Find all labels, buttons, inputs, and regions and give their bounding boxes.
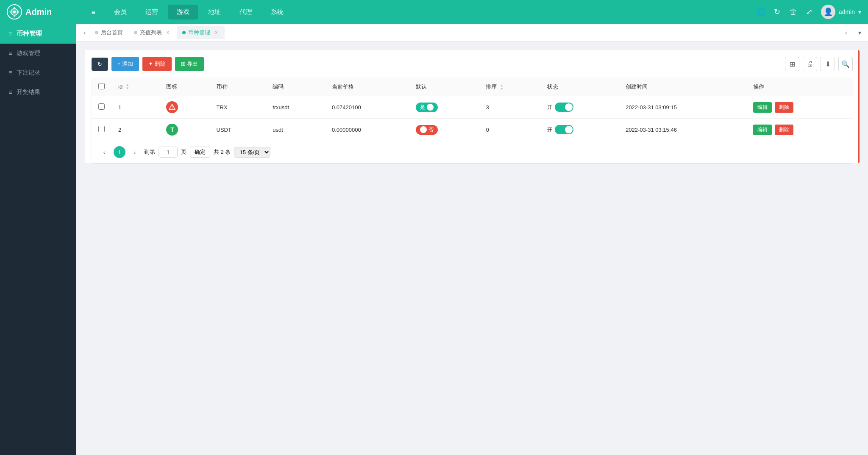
page-content: ↻ + 添加 ✦ 删除 ⊞ 导出 ⊞ 🖨 ⬇ 🔍 <box>76 42 868 455</box>
nav-operation[interactable]: 运营 <box>137 5 167 19</box>
th-created: 创建时间 <box>619 78 746 96</box>
delete-btn-1[interactable]: 删除 <box>775 102 793 113</box>
goto-label: 到第 <box>144 148 155 156</box>
add-label: + 添加 <box>117 60 133 68</box>
prev-page-btn[interactable]: ‹ <box>98 146 110 158</box>
th-sort[interactable]: 排序 ▲▼ <box>479 78 540 96</box>
sidebar-item-game-mgmt[interactable]: ≡ 游戏管理 <box>0 44 76 63</box>
content-area: ‹ 后台首页 充值列表 × 币种管理 × › ▾ <box>76 24 868 455</box>
tab-menu-btn[interactable]: ▾ <box>854 28 865 38</box>
data-table: id ▲▼ 图标 币种 编码 当前价格 默认 排序 ▲▼ 状态 创建时间 操作 <box>92 78 853 163</box>
page-label: 页 <box>181 148 186 156</box>
row-checkbox-2[interactable] <box>98 126 105 132</box>
td-code-1: trxusdt <box>266 96 325 119</box>
usdt-icon-label: T <box>170 126 174 133</box>
td-icon-1 <box>159 96 209 119</box>
nav-menu[interactable]: ≡ <box>83 5 104 19</box>
th-default: 默认 <box>409 78 479 96</box>
sidebar-item-bet-record[interactable]: ≡ 下注记录 <box>0 63 76 83</box>
td-status-1: 开 <box>540 96 619 119</box>
td-checkbox-2 <box>92 119 111 141</box>
sidebar-menu-icon: ≡ <box>8 30 12 37</box>
td-code-2: usdt <box>266 119 325 141</box>
print-btn[interactable]: 🖨 <box>803 57 817 71</box>
th-action: 操作 <box>746 78 853 96</box>
toggle-label-1: 开 <box>547 104 552 111</box>
edit-btn-2[interactable]: 编辑 <box>753 125 772 135</box>
goto-page-input[interactable] <box>159 147 178 158</box>
sidebar-item-lottery[interactable]: ≡ 开奖结果 <box>0 83 76 102</box>
refresh-icon[interactable]: ↻ <box>773 7 782 17</box>
sidebar-label-bet: 下注记录 <box>17 69 40 77</box>
globe-icon[interactable]: 🌐 <box>757 7 766 17</box>
toggle-switch-2[interactable] <box>555 125 573 134</box>
tab-recharge[interactable]: 充值列表 × <box>129 26 176 39</box>
refresh-button[interactable]: ↻ <box>92 58 108 71</box>
nav-agent[interactable]: 代理 <box>231 5 261 19</box>
row-checkbox-1[interactable] <box>98 103 105 110</box>
tab-close-currency[interactable]: × <box>213 29 220 36</box>
delete-button[interactable]: ✦ 删除 <box>142 57 172 71</box>
tab-prev-btn[interactable]: ‹ <box>80 28 90 38</box>
nav-address[interactable]: 地址 <box>200 5 229 19</box>
default-badge-no[interactable]: 否 <box>416 125 438 135</box>
th-price: 当前价格 <box>325 78 409 96</box>
delete-btn-2[interactable]: 删除 <box>775 125 793 135</box>
sidebar-label-game: 游戏管理 <box>17 50 40 57</box>
td-default-1: 是 <box>409 96 479 119</box>
th-status: 状态 <box>540 78 619 96</box>
tab-home[interactable]: 后台首页 <box>90 26 128 39</box>
nav-game[interactable]: 游戏 <box>168 5 198 19</box>
trash-icon[interactable]: 🗑 <box>789 7 798 17</box>
pagination: ‹ 1 › 到第 页 确定 共 2 条 15 条/页 30 条/页 50 条/页 <box>92 141 853 163</box>
sort-order-icon: ▲▼ <box>500 84 504 91</box>
td-created-2: 2022-03-31 03:15:46 <box>619 119 746 141</box>
export-button[interactable]: ⊞ 导出 <box>175 57 204 71</box>
toggle-switch-1[interactable] <box>555 103 573 112</box>
td-checkbox-1 <box>92 96 111 119</box>
tab-dot-recharge <box>134 31 137 34</box>
toggle-label-2: 开 <box>547 126 552 133</box>
page-1-btn[interactable]: 1 <box>114 146 125 158</box>
tab-bar: ‹ 后台首页 充值列表 × 币种管理 × › ▾ <box>76 24 868 42</box>
td-sort-2: 0 <box>479 119 540 141</box>
download-btn[interactable]: ⬇ <box>821 57 835 71</box>
nav-member[interactable]: 会员 <box>106 5 135 19</box>
td-price-1: 0.07420100 <box>325 96 409 119</box>
trx-icon <box>166 101 178 113</box>
add-button[interactable]: + 添加 <box>111 57 139 71</box>
tab-dot-home <box>95 31 98 34</box>
currency-table: id ▲▼ 图标 币种 编码 当前价格 默认 排序 ▲▼ 状态 创建时间 操作 <box>92 78 853 141</box>
logo-area[interactable]: Admin <box>7 4 83 19</box>
select-all-checkbox[interactable] <box>98 83 105 89</box>
search-btn[interactable]: 🔍 <box>838 57 853 71</box>
delete-label: ✦ 删除 <box>148 60 166 68</box>
sidebar: ≡ 币种管理 ≡ 游戏管理 ≡ 下注记录 ≡ 开奖结果 <box>0 24 76 455</box>
td-status-2: 开 <box>540 119 619 141</box>
badge-knob-no <box>420 126 427 133</box>
grid-view-btn[interactable]: ⊞ <box>785 57 799 71</box>
toggle-knob-2 <box>565 126 573 133</box>
table-header-row: id ▲▼ 图标 币种 编码 当前价格 默认 排序 ▲▼ 状态 创建时间 操作 <box>92 78 853 96</box>
goto-confirm-btn[interactable]: 确定 <box>190 147 210 158</box>
td-actions-2: 编辑 删除 <box>746 119 853 141</box>
nav-system[interactable]: 系统 <box>262 5 292 19</box>
tab-label-home: 后台首页 <box>101 29 123 36</box>
refresh-icon-btn: ↻ <box>97 61 102 67</box>
th-id[interactable]: id ▲▼ <box>111 78 159 96</box>
sidebar-title[interactable]: ≡ 币种管理 <box>0 24 76 44</box>
tab-currency[interactable]: 币种管理 × <box>177 26 225 39</box>
td-coin-1: TRX <box>210 96 266 119</box>
tab-next-btn[interactable]: › <box>841 28 851 38</box>
td-id-2: 2 <box>111 119 159 141</box>
default-badge-yes[interactable]: 是 <box>416 103 438 112</box>
tab-close-recharge[interactable]: × <box>164 29 171 36</box>
logo-icon <box>7 4 22 19</box>
td-icon-2: T <box>159 119 209 141</box>
per-page-select[interactable]: 15 条/页 30 条/页 50 条/页 <box>234 147 270 158</box>
edit-btn-1[interactable]: 编辑 <box>753 102 772 113</box>
next-page-btn[interactable]: › <box>129 146 141 158</box>
fullscreen-icon[interactable]: ⤢ <box>805 7 814 17</box>
logo-label: Admin <box>25 7 52 17</box>
user-area[interactable]: 👤 admin ▾ <box>821 5 861 19</box>
